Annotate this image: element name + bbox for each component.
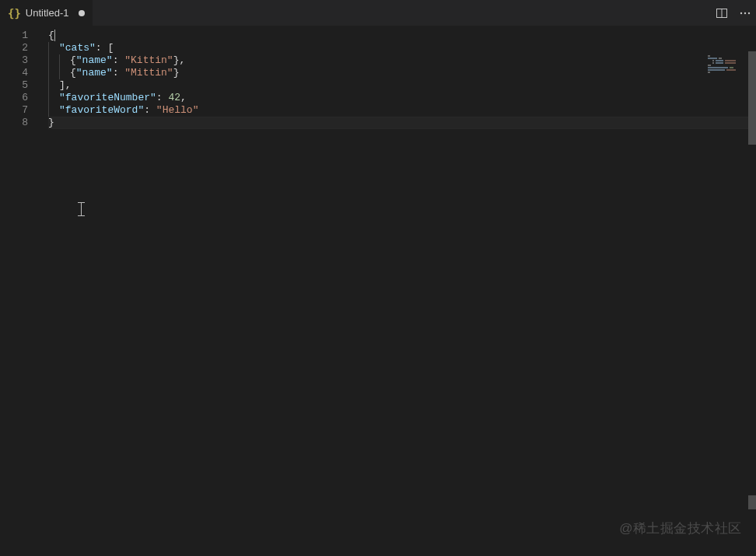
svg-point-4 [748, 12, 750, 13]
code-content[interactable]: {"cats": [{"name": "Kittin"},{"name": "M… [37, 26, 756, 556]
json-icon: {} [8, 7, 21, 19]
code-line[interactable]: { [48, 30, 756, 42]
line-number: 1 [0, 30, 37, 42]
svg-point-3 [744, 12, 746, 13]
line-number: 4 [0, 67, 37, 79]
tab-untitled[interactable]: {} Untitled-1 [0, 0, 93, 26]
code-line[interactable]: {"name": "Mittin"} [48, 67, 756, 79]
editor-area[interactable]: 12345678 {"cats": [{"name": "Kittin"},{"… [0, 26, 756, 556]
line-number: 2 [0, 42, 37, 54]
line-number: 7 [0, 104, 37, 117]
line-number: 3 [0, 54, 37, 67]
watermark-text: @稀土掘金技术社区 [619, 519, 742, 537]
scroll-thumb[interactable] [748, 51, 756, 145]
line-number-gutter: 12345678 [0, 26, 37, 556]
vertical-scrollbar[interactable] [747, 51, 756, 556]
code-line[interactable]: ], [48, 79, 756, 92]
text-caret [54, 30, 55, 41]
unsaved-indicator-icon [79, 10, 85, 16]
line-number: 6 [0, 92, 37, 104]
line-number: 8 [0, 117, 37, 129]
tab-bar: {} Untitled-1 [0, 0, 756, 26]
svg-point-2 [740, 12, 742, 13]
line-number: 5 [0, 79, 37, 92]
code-line[interactable]: "cats": [ [48, 42, 756, 54]
minimap[interactable] [708, 55, 747, 74]
tab-title: Untitled-1 [26, 7, 69, 19]
editor-actions [716, 0, 751, 26]
code-line[interactable]: {"name": "Kittin"}, [48, 54, 756, 67]
code-line[interactable]: "favoriteNumber": 42, [48, 92, 756, 104]
code-line[interactable]: "favoriteWord": "Hello" [48, 104, 756, 117]
code-line[interactable]: } [48, 117, 756, 129]
split-editor-icon[interactable] [716, 7, 728, 19]
more-actions-icon[interactable] [739, 7, 751, 19]
scroll-thumb-bottom[interactable] [748, 495, 756, 509]
